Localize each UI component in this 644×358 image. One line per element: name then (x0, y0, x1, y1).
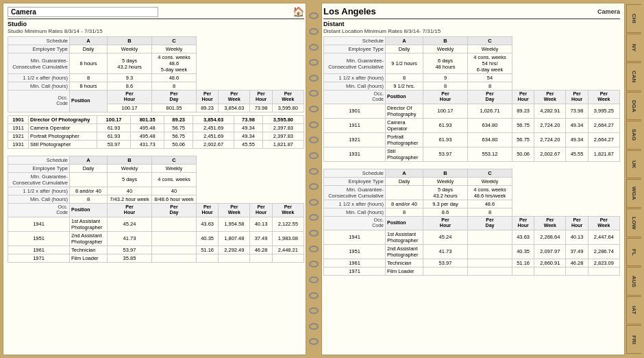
tab-iat[interactable]: IAT (626, 296, 641, 325)
home-icon[interactable]: 🏠 (293, 6, 304, 17)
r2-emp-type-label: Employee Type (324, 177, 386, 185)
r-1951-ph-a: 41.73 (423, 244, 468, 259)
r-min-guar-label: Min. Guarantee-Consecutive Cumulative (324, 53, 386, 74)
left-page-header: Camera 🏠 (8, 6, 304, 19)
r-per-hour-c: PerHour (566, 91, 588, 104)
r2-col-b: B (423, 169, 468, 177)
r2-min-call-b: 8.6 (423, 208, 468, 216)
right-section1-heading: Distant (323, 21, 620, 27)
ring16 (309, 246, 319, 252)
s2-min-guar-b: 5 days (108, 172, 152, 187)
col-a-header: A (70, 37, 108, 45)
r2-schedule-label: Schedule (324, 169, 386, 177)
r-1951-ph-c: 37.49 (566, 244, 588, 259)
tab-fl[interactable]: FL (626, 238, 641, 267)
r-1961-ph-a: 53.97 (423, 259, 468, 267)
tab-dga[interactable]: DGA (626, 92, 641, 121)
r2-min-call-c: 8 (468, 208, 512, 216)
tab-low[interactable]: LOW (626, 208, 641, 237)
min-call-b: 8.6 (108, 82, 152, 91)
1901-pw-b: 3,854.63 (193, 115, 234, 123)
s2-emp-type-c: Weekly (152, 164, 197, 172)
ring18 (309, 276, 319, 283)
r-1911-ph-c: 49.34 (566, 118, 588, 132)
overtime-label: 1 1/2 x after (hours) (8, 74, 70, 82)
r-occ-code-header: Occ.Code (324, 91, 386, 104)
r-schedule-label: Schedule (324, 37, 386, 45)
r2-emp-type-b: Weekly (423, 177, 468, 185)
1941-ph-b: 43.63 (197, 217, 219, 231)
1921-pd-a: 495.48 (131, 132, 164, 140)
tab-ny[interactable]: NY (626, 34, 641, 62)
s2-emp-type-a: Daily (70, 164, 108, 172)
min-guar-b: 5 days43.2 hours (108, 53, 152, 74)
1921-pw-b: 2,451.69 (193, 132, 234, 140)
tab-can[interactable]: CAN (626, 62, 641, 91)
r-pos-1971: Film Loader (386, 267, 423, 275)
tab-fri[interactable]: FRI (626, 325, 641, 354)
r-ot-label: 1 1/2 x after (hours) (324, 74, 386, 82)
r-per-day-a: PerDay (468, 91, 512, 104)
1901-ph-a: 100.17 (97, 115, 131, 123)
l1r1c2: 801.35 (152, 104, 197, 112)
1971-pw-c (272, 254, 304, 262)
r-min-call-a: 9 1/2 hrs. (386, 82, 423, 91)
schedule-label: Schedule (8, 37, 70, 45)
ring11 (309, 168, 319, 175)
pos-1961: Technician (70, 246, 108, 254)
left-data-table1: 1901 Director Of Photography 100.17801.3… (8, 115, 304, 149)
pos-1971: Film Loader (70, 254, 108, 262)
left-page: Camera 🏠 Studio Studio Minimum Rates 8/3… (3, 3, 306, 355)
r-pos-1901: Director Of Photography (386, 104, 423, 118)
r-1951-pw-c: 2,286.74 (588, 244, 619, 259)
s2-col-c: C (152, 156, 197, 164)
tab-aus[interactable]: AUS (626, 267, 641, 296)
1901-pd-a: 801.35 (131, 115, 164, 123)
1971-ph-a: 35.85 (108, 254, 152, 262)
1941-pw-b: 1,954.58 (219, 217, 250, 231)
r-pos-1931: Still Photographer (386, 147, 423, 161)
r-occ-1921: 1921 (324, 132, 386, 147)
occ-1901: 1901 (8, 115, 29, 123)
tab-wga[interactable]: WGA (626, 179, 641, 208)
r-1921-pd-a: 634.80 (468, 132, 512, 147)
min-guar-c: 4 cons. weeks48.65-day week (152, 53, 197, 74)
l1r1c4: 3,854.63 (219, 104, 250, 112)
1951-ph-b: 40.35 (197, 231, 219, 246)
r2-ot-a: 8 and/or 40 (386, 200, 423, 208)
tab-uk[interactable]: UK (626, 150, 641, 179)
r2-per-week-b: PerWeek (534, 216, 566, 230)
1911-ph-c: 49.34 (234, 123, 263, 132)
pos-1951: 2nd Assistant Photographer (70, 231, 108, 246)
right-page-title: Los Angeles (323, 6, 376, 16)
r-occ-1901: 1901 (324, 104, 386, 118)
ring6 (309, 90, 319, 97)
s2-min-guar-c: 4 cons. weeks (152, 172, 197, 187)
left-section1: Studio Studio Minimum Rates 8/3/14 - 7/3… (8, 21, 304, 152)
1951-pw-c: 1,983.08 (272, 231, 304, 246)
r-emp-type-a: Daily (386, 45, 423, 53)
1961-pw-c: 2,448.21 (272, 246, 304, 254)
r-occ-1971: 1971 (324, 267, 386, 275)
col-b-header: B (108, 37, 152, 45)
tab-sag[interactable]: SAG (626, 121, 641, 150)
r-1911-pw-c: 2,664.27 (588, 118, 619, 132)
r-occ-1951: 1951 (324, 244, 386, 259)
occ-1941: 1941 (8, 217, 70, 231)
min-call-label: Min. Call (hours) (8, 82, 70, 91)
emp-type-label: Employee Type (8, 45, 70, 53)
r-occ-1911: 1911 (324, 118, 386, 132)
1911-pw-b: 2,451.69 (193, 123, 234, 132)
ring1 (309, 12, 319, 19)
r-1921-ph-b: 56.75 (512, 132, 534, 147)
1941-pw-c: 2,122.55 (272, 217, 304, 231)
1901-pw-c: 3,595.80 (262, 115, 304, 123)
r-1941-ph-a: 45.24 (423, 230, 468, 244)
r2-min-guar-a (386, 185, 423, 200)
1911-ph-b: 56.75 (164, 123, 193, 132)
r-min-guar-a: 9 1/2 hours (386, 53, 423, 74)
pos-1931: Still Photographer (29, 140, 97, 148)
r-ot-c: 54 (468, 74, 512, 82)
tab-chi[interactable]: CHI (626, 4, 641, 33)
left-title-input[interactable]: Camera (8, 7, 158, 17)
